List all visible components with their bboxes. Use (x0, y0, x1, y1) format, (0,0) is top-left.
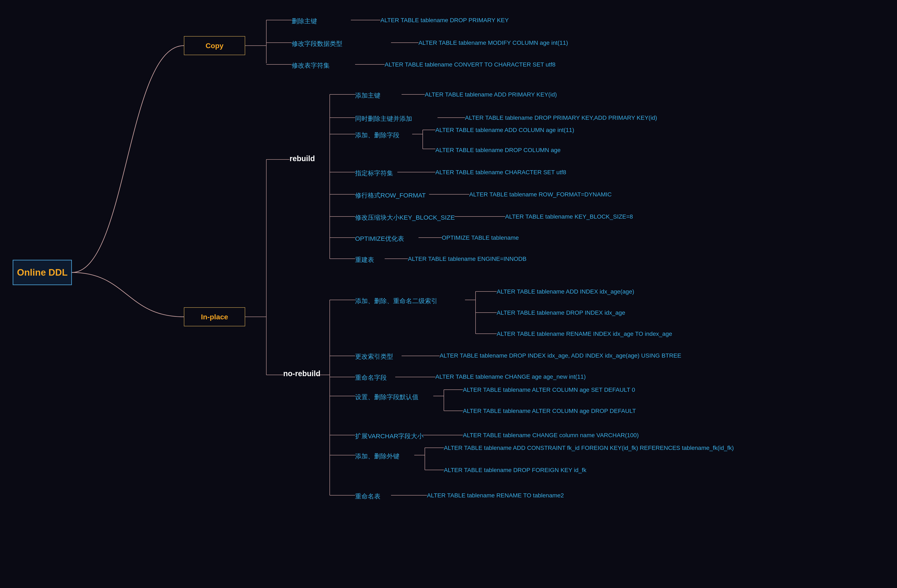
leaf-KEY_BLOCK_SIZE: 修改压缩块大小KEY_BLOCK_SIZE (355, 213, 455, 222)
sql-删除主键: ALTER TABLE tablename DROP PRIMARY KEY (380, 17, 509, 24)
leaf-修改表字符集: 修改表字符集 (292, 61, 330, 70)
root-node: Online DDL (13, 260, 72, 285)
copy-cat-node[interactable]: Copy (184, 36, 245, 55)
sql-KEY_BLOCK_SIZE: ALTER TABLE tablename KEY_BLOCK_SIZE=8 (505, 213, 633, 220)
leaf-重命名表: 重命名表 (355, 492, 380, 501)
sql-SET-DEFAULT: ALTER TABLE tablename ALTER COLUMN age S… (463, 386, 635, 393)
leaf-扩展VARCHAR: 扩展VARCHAR字段大小 (355, 432, 424, 441)
sql-OPTIMIZE: OPTIMIZE TABLE tablename (442, 234, 519, 241)
leaf-添加主键: 添加主键 (355, 91, 380, 100)
leaf-修改字段数据类型: 修改字段数据类型 (292, 40, 342, 48)
sql-重建表: ALTER TABLE tablename ENGINE=INNODB (408, 255, 527, 262)
connectors-svg (0, 0, 897, 588)
sql-同时删除主键并添加: ALTER TABLE tablename DROP PRIMARY KEY,A… (465, 115, 657, 121)
sql-DROP-FK: ALTER TABLE tablename DROP FOREIGN KEY i… (444, 467, 586, 473)
sql-DROP-DEFAULT: ALTER TABLE tablename ALTER COLUMN age D… (463, 408, 636, 414)
sql-重命名表: ALTER TABLE tablename RENAME TO tablenam… (427, 492, 564, 499)
canvas: Online DDL Copy In-place rebuild no-rebu… (0, 0, 897, 588)
inplace-cat-node[interactable]: In-place (184, 307, 245, 326)
leaf-设置删除字段默认值: 设置、删除字段默认值 (355, 393, 418, 402)
sql-更改索引类型: ALTER TABLE tablename DROP INDEX idx_age… (439, 352, 681, 359)
root-label: Online DDL (17, 267, 67, 278)
sql-修行格式: ALTER TABLE tablename ROW_FORMAT=DYNAMIC (469, 191, 612, 198)
leaf-修行格式: 修行格式ROW_FORMAT (355, 191, 426, 200)
rebuild-subcat: rebuild (289, 154, 315, 163)
sql-添加主键: ALTER TABLE tablename ADD PRIMARY KEY(id… (425, 91, 557, 98)
leaf-指定标字符集: 指定标字符集 (355, 169, 393, 178)
leaf-重建表: 重建表 (355, 255, 374, 264)
sql-修改表字符集: ALTER TABLE tablename CONVERT TO CHARACT… (385, 61, 556, 68)
sql-删除字段: ALTER TABLE tablename DROP COLUMN age (435, 147, 560, 154)
sql-重命名字段: ALTER TABLE tablename CHANGE age age_new… (435, 373, 586, 380)
sql-指定标字符集: ALTER TABLE tablename CHARACTER SET utf8 (435, 169, 566, 176)
leaf-OPTIMIZE: OPTIMIZE优化表 (355, 234, 404, 243)
sql-扩展VARCHAR: ALTER TABLE tablename CHANGE column name… (463, 432, 639, 439)
inplace-label: In-place (201, 313, 228, 321)
leaf-添加删除外键: 添加、删除外键 (355, 452, 400, 461)
sql-DROP-INDEX: ALTER TABLE tablename DROP INDEX idx_age (497, 309, 625, 316)
sql-RENAME-INDEX: ALTER TABLE tablename RENAME INDEX idx_a… (497, 331, 672, 337)
leaf-添加删除重命名二级索引: 添加、删除、重命名二级索引 (355, 297, 438, 305)
copy-label: Copy (206, 41, 223, 50)
no-rebuild-subcat: no-rebuild (283, 369, 320, 378)
leaf-同时删除主键并添加: 同时删除主键并添加 (355, 115, 412, 123)
leaf-添加删除字段: 添加、删除字段 (355, 131, 400, 140)
leaf-删除主键: 删除主键 (292, 17, 317, 26)
sql-添加字段: ALTER TABLE tablename ADD COLUMN age int… (435, 127, 574, 133)
sql-修改字段数据类型: ALTER TABLE tablename MODIFY COLUMN age … (418, 40, 568, 46)
sql-ADD-FK: ALTER TABLE tablename ADD CONSTRAINT fk_… (444, 444, 734, 451)
leaf-更改索引类型: 更改索引类型 (355, 352, 393, 361)
leaf-重命名字段: 重命名字段 (355, 373, 387, 382)
sql-ADD-INDEX: ALTER TABLE tablename ADD INDEX idx_age(… (497, 288, 634, 295)
